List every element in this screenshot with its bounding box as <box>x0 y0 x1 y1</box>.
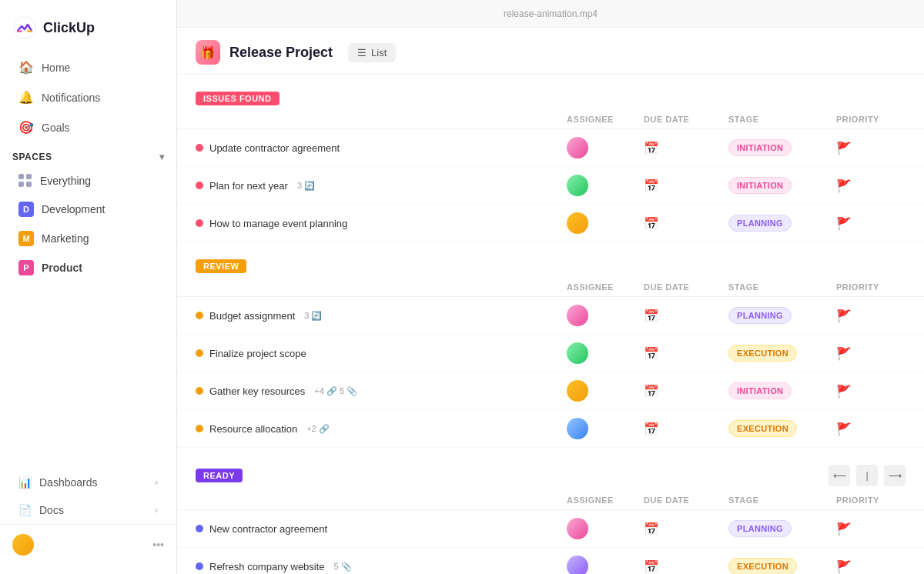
priority-cell: 🚩 <box>836 141 906 155</box>
table-row[interactable]: New contractor agreement 📅 PLANNING 🚩 <box>177 510 924 548</box>
home-icon: 🏠 <box>18 60 34 75</box>
task-name: Finalize project scope <box>196 348 567 359</box>
table-row[interactable]: Finalize project scope 📅 EXECUTION 🚩 <box>177 335 924 372</box>
sidebar-item-notifications-label: Notifications <box>42 92 100 104</box>
sidebar-item-everything[interactable]: Everything <box>6 168 170 194</box>
stage-cell: INITIATION <box>728 139 836 156</box>
user-menu-icon[interactable]: ••• <box>152 539 164 551</box>
issues-badge: ISSUES FOUND <box>196 92 280 105</box>
priority-cell: 🚩 <box>836 522 906 536</box>
ready-table-header: ASSIGNEE DUE DATE STAGE PRIORITY <box>177 491 924 510</box>
calendar-icon: 📅 <box>644 142 659 155</box>
ready-section-header: READY ⟵ | ⟶ <box>177 460 924 491</box>
calendar-icon: 📅 <box>644 560 659 573</box>
calendar-icon: 📅 <box>644 347 659 360</box>
priority-dot <box>196 312 203 319</box>
review-section-header: REVIEW <box>177 255 924 278</box>
sidebar-item-docs[interactable]: 📄 Docs › <box>6 497 170 523</box>
task-name: New contractor agreement <box>196 523 567 535</box>
avatar <box>567 556 588 574</box>
priority-cell: 🚩 <box>836 559 906 574</box>
priority-cell: 🚩 <box>836 422 906 436</box>
clickup-logo-icon <box>12 15 37 40</box>
chevron-right-icon: › <box>155 477 158 488</box>
page-title: Release Project <box>229 45 333 61</box>
development-badge: D <box>18 202 34 217</box>
list-view-icon: ☰ <box>357 47 367 58</box>
due-date-cell: 📅 <box>644 522 728 536</box>
stage-cell: INITIATION <box>728 177 836 194</box>
priority-cell: 🚩 <box>836 216 906 231</box>
priority-cell: 🚩 <box>836 309 906 323</box>
marketing-badge: M <box>18 231 34 246</box>
assignee-cell <box>567 342 644 364</box>
priority-dot <box>196 387 203 395</box>
assignee-cell <box>567 418 644 439</box>
action-btn-1[interactable]: ⟵ <box>829 465 850 486</box>
flag-icon: 🚩 <box>836 422 852 436</box>
assignee-cell <box>567 137 644 159</box>
stage-cell: PLANNING <box>728 307 836 324</box>
ready-section: READY ⟵ | ⟶ ASSIGNEE DUE DATE STAGE PRIO… <box>177 460 924 574</box>
sidebar: ClickUp 🏠 Home 🔔 Notifications 🎯 Goals S… <box>0 0 177 574</box>
flag-icon: 🚩 <box>836 560 852 573</box>
logo[interactable]: ClickUp <box>0 9 176 52</box>
sidebar-item-marketing[interactable]: M Marketing <box>6 225 170 252</box>
list-view-tab[interactable]: ☰ List <box>348 43 396 62</box>
sidebar-item-notifications[interactable]: 🔔 Notifications <box>6 83 170 112</box>
priority-dot <box>196 219 203 227</box>
user-profile[interactable]: ••• <box>0 524 176 565</box>
task-name: Resource allocation +2 🔗 <box>196 423 567 435</box>
calendar-icon: 📅 <box>644 217 659 230</box>
table-row[interactable]: Budget assignment 3 🔄 📅 PLANNING 🚩 <box>177 297 924 335</box>
due-date-cell: 📅 <box>644 216 728 231</box>
task-name: How to manage event planning <box>196 218 567 229</box>
spaces-section-header: Spaces ▾ <box>0 142 176 167</box>
sidebar-item-development[interactable]: D Development <box>6 195 170 223</box>
stage-cell: EXECUTION <box>728 558 836 574</box>
review-table-header: ASSIGNEE DUE DATE STAGE PRIORITY <box>177 278 924 297</box>
assignee-cell <box>567 518 644 539</box>
top-bar: release-animation.mp4 <box>177 0 924 28</box>
review-section: REVIEW ASSIGNEE DUE DATE STAGE PRIORITY … <box>177 255 924 448</box>
sidebar-item-product[interactable]: P Product <box>6 254 170 282</box>
chevron-down-icon[interactable]: ▾ <box>159 152 165 162</box>
assignee-cell <box>567 556 644 574</box>
avatar <box>567 137 588 159</box>
sidebar-item-goals[interactable]: 🎯 Goals <box>6 113 170 142</box>
table-row[interactable]: Gather key resources +4 🔗 5 📎 📅 INITIATI… <box>177 372 924 410</box>
avatar <box>567 342 588 364</box>
sidebar-item-goals-label: Goals <box>42 122 70 134</box>
issues-table-header: ASSIGNEE DUE DATE STAGE PRIORITY <box>177 110 924 129</box>
due-date-cell: 📅 <box>644 346 728 361</box>
due-date-cell: 📅 <box>644 179 728 193</box>
task-name: Gather key resources +4 🔗 5 📎 <box>196 385 567 397</box>
sidebar-item-home-label: Home <box>42 62 70 74</box>
flag-icon: 🚩 <box>836 217 852 230</box>
table-row[interactable]: Plan for next year 3 🔄 📅 INITIATION 🚩 <box>177 167 924 205</box>
logo-text: ClickUp <box>43 20 95 36</box>
priority-dot <box>196 349 203 357</box>
priority-cell: 🚩 <box>836 384 906 399</box>
task-name: Budget assignment 3 🔄 <box>196 310 567 322</box>
stage-cell: PLANNING <box>728 215 836 232</box>
table-row[interactable]: Refresh company website 5 📎 📅 EXECUTION … <box>177 548 924 574</box>
action-btn-2[interactable]: | <box>856 465 878 486</box>
assignee-cell <box>567 212 644 234</box>
calendar-icon: 📅 <box>644 309 659 322</box>
table-row[interactable]: Update contractor agreement 📅 INITIATION… <box>177 129 924 167</box>
priority-dot <box>196 144 203 152</box>
priority-dot <box>196 425 203 432</box>
docs-icon: 📄 <box>18 504 32 516</box>
project-icon: 🎁 <box>196 40 220 65</box>
table-row[interactable]: Resource allocation +2 🔗 📅 EXECUTION 🚩 <box>177 410 924 448</box>
sidebar-item-home[interactable]: 🏠 Home <box>6 53 170 82</box>
assignee-cell <box>567 380 644 402</box>
sidebar-item-dashboards[interactable]: 📊 Dashboards › <box>6 469 170 496</box>
table-row[interactable]: How to manage event planning 📅 PLANNING … <box>177 205 924 242</box>
assignee-cell <box>567 305 644 326</box>
avatar <box>567 518 588 539</box>
action-btn-3[interactable]: ⟶ <box>884 465 906 486</box>
stage-cell: PLANNING <box>728 520 836 537</box>
task-name: Plan for next year 3 🔄 <box>196 180 567 192</box>
